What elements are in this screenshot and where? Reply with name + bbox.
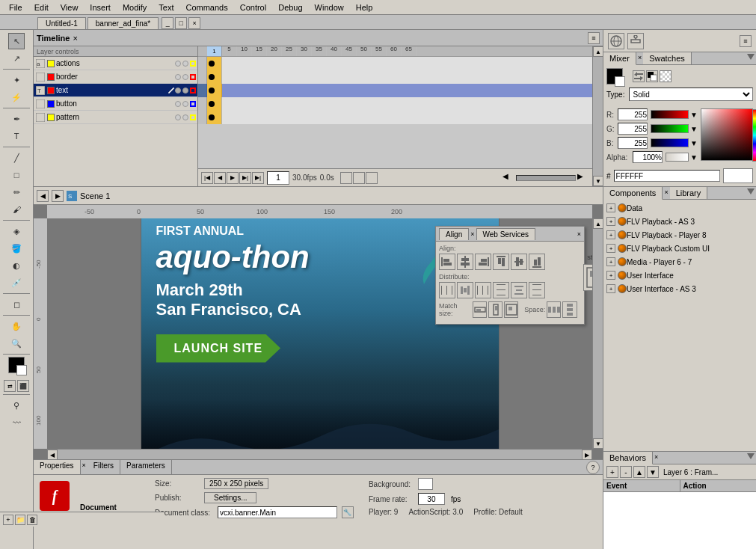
comp-expand-ui[interactable]: + <box>606 271 615 280</box>
frame-playhead[interactable]: 1 <box>207 46 222 56</box>
menu-debug[interactable]: Debug <box>272 1 308 13</box>
tab-components-close[interactable]: × <box>663 187 669 199</box>
comp-item-media[interactable]: + Media - Player 6 - 7 <box>605 255 755 269</box>
beh-btn-up[interactable]: ▲ <box>633 466 645 478</box>
comp-item-flv-custom[interactable]: + FLV Playback Custom UI <box>605 242 755 255</box>
tool-freedraw[interactable]: ◈ <box>8 223 25 239</box>
banner-launch-btn[interactable]: LAUNCH SITE <box>156 334 281 363</box>
align-top[interactable] <box>493 254 509 270</box>
tool-line[interactable]: ╱ <box>8 150 25 166</box>
vscroll-down[interactable]: ▼ <box>593 176 603 186</box>
color-btn-swap[interactable] <box>633 70 645 82</box>
bg-color-picker[interactable] <box>418 478 433 490</box>
doc-class-input[interactable] <box>218 506 337 518</box>
menu-view[interactable]: View <box>55 1 84 13</box>
alpha-input[interactable] <box>633 151 663 163</box>
comp-item-flv-p8[interactable]: + FLV Playback - Player 8 <box>605 228 755 242</box>
btn-globe[interactable] <box>608 33 624 49</box>
breadcrumb-forward[interactable]: ▶ <box>52 190 64 202</box>
rgb-b-slider[interactable] <box>651 138 689 147</box>
rgb-r-input[interactable] <box>618 108 648 120</box>
layer-row-pattern[interactable]: pattern <box>34 111 197 124</box>
keyframe-text-1[interactable] <box>207 84 222 97</box>
doc-class-browse[interactable]: 🔧 <box>342 506 354 518</box>
dist-right[interactable] <box>475 282 491 298</box>
tab-untitled[interactable]: Untitled-1 <box>37 17 86 29</box>
to-stage-btn[interactable] <box>583 264 592 291</box>
size-value[interactable]: 250 x 250 pixels <box>204 478 268 489</box>
hscroll-left[interactable]: ◀ <box>47 450 58 459</box>
comp-item-ui-as3[interactable]: + User Interface - AS 3 <box>605 282 755 295</box>
btn-prev-frame[interactable]: ◀ <box>214 172 226 184</box>
tab-properties[interactable]: Properties <box>34 460 81 474</box>
tool-paint[interactable]: 🪣 <box>8 240 25 257</box>
btn-play[interactable]: ▶ <box>227 172 239 184</box>
comp-expand-media[interactable]: + <box>606 257 615 266</box>
menu-help[interactable]: Help <box>350 1 379 13</box>
menu-commands[interactable]: Commands <box>179 1 233 13</box>
menu-modify[interactable]: Modify <box>117 1 153 13</box>
beh-btn-delete[interactable]: - <box>620 466 632 478</box>
align-bottom[interactable] <box>529 254 545 270</box>
beh-btn-add[interactable]: + <box>606 466 618 478</box>
rgb-r-arrow[interactable]: ▼ <box>690 111 698 119</box>
tab-library[interactable]: Library <box>670 187 708 199</box>
tool-pencil[interactable]: ✏ <box>8 184 25 200</box>
dist-bottom[interactable] <box>529 282 545 298</box>
keyframe-border-1[interactable] <box>207 70 222 84</box>
dist-middle-v[interactable] <box>511 282 527 298</box>
btn-next-frame[interactable]: ▶| <box>239 172 251 184</box>
window-maximize[interactable]: □ <box>175 17 187 29</box>
layer-row-button[interactable]: button <box>34 97 197 111</box>
comp-expand-data[interactable]: + <box>606 203 615 212</box>
tab-align[interactable]: Align <box>439 228 469 240</box>
tool-text[interactable]: T <box>8 128 25 144</box>
align-panel-close[interactable]: × <box>577 230 581 238</box>
frame-vscroll[interactable]: ▲ ▼ <box>592 46 603 186</box>
tool-smooth[interactable]: 〰 <box>8 414 25 431</box>
vscroll-up-stage[interactable]: ▲ <box>593 218 603 229</box>
btn-scroll-left[interactable]: ◀ <box>503 172 514 184</box>
type-select[interactable]: Solid <box>629 88 753 101</box>
timeline-close[interactable]: × <box>73 34 77 43</box>
tab-align-close[interactable]: × <box>470 230 474 238</box>
tab-banner[interactable]: banner_ad_fina* <box>87 17 159 29</box>
tab-behaviors[interactable]: Behaviors <box>603 452 653 464</box>
match-both[interactable] <box>504 301 518 318</box>
color-btn-default[interactable] <box>646 70 658 82</box>
components-menu-btn[interactable] <box>746 187 756 199</box>
frame-scrollbar[interactable] <box>516 175 576 181</box>
layer-row-border[interactable]: border <box>34 70 197 84</box>
tool-ink[interactable]: ◐ <box>8 257 25 274</box>
tab-components[interactable]: Components <box>603 187 663 200</box>
tab-web-services[interactable]: Web Services <box>476 228 536 240</box>
comp-expand-ui-as3[interactable]: + <box>606 284 615 293</box>
menu-text[interactable]: Text <box>153 1 179 13</box>
tool-eyedropper[interactable]: 💉 <box>8 274 25 291</box>
tool-zoom[interactable]: 🔍 <box>8 335 25 352</box>
tool-snap[interactable]: ⚲ <box>8 397 25 414</box>
tab-mixer-close[interactable]: × <box>636 52 643 64</box>
align-middle-v[interactable] <box>511 254 527 270</box>
tab-parameters[interactable]: Parameters <box>120 460 172 474</box>
menu-insert[interactable]: Insert <box>84 1 117 13</box>
stage-vscroll[interactable]: ▲ ▼ <box>592 218 603 449</box>
comp-item-flv-as3[interactable]: + FLV Playback - AS 3 <box>605 215 755 228</box>
dist-center-h[interactable] <box>457 282 473 298</box>
menu-edit[interactable]: Edit <box>28 1 55 13</box>
menu-file[interactable]: File <box>3 1 28 13</box>
rgb-b-input[interactable] <box>618 137 648 149</box>
tool-brush[interactable]: 🖌 <box>8 201 25 218</box>
fps-input[interactable] <box>418 493 445 505</box>
btn-last-frame[interactable]: ▶| <box>252 172 264 184</box>
tab-behaviors-close[interactable]: × <box>653 452 660 464</box>
btn-first-frame[interactable]: |◀ <box>201 172 213 184</box>
hscroll-thumb[interactable] <box>58 450 582 459</box>
tool-select[interactable]: ↖ <box>8 33 25 49</box>
btn-connect[interactable] <box>627 33 644 49</box>
hue-slider[interactable] <box>752 109 756 162</box>
btn-panel-menu[interactable]: ≡ <box>740 35 752 47</box>
rgb-g-input[interactable] <box>618 123 648 135</box>
keyframe-actions-1[interactable] <box>207 57 222 70</box>
keyframe-button-1[interactable] <box>207 97 222 111</box>
